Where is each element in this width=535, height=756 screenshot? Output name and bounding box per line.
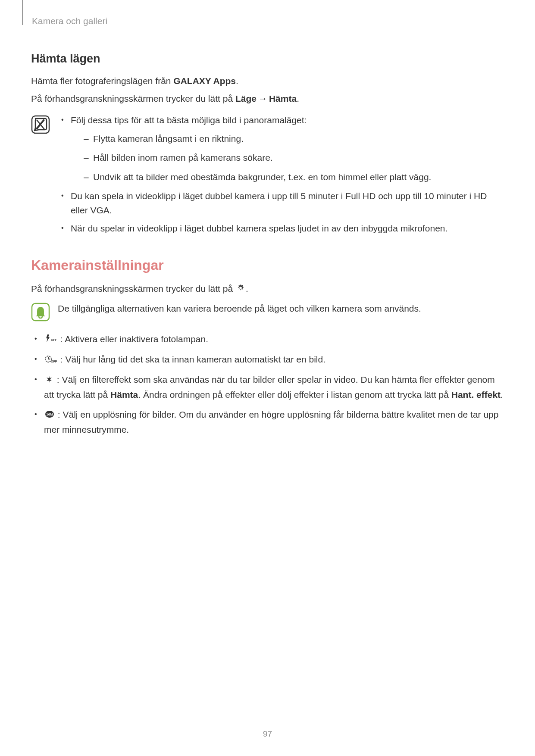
resolution-16m-icon: 16M xyxy=(45,408,54,423)
settings-intro-part1: På förhandsgranskningsskärmen trycker du… xyxy=(31,284,235,294)
tip-b: Håll bilden inom ramen på kamerans sökar… xyxy=(71,151,504,165)
filter-text-b: . Ändra ordningen på effekter eller dölj… xyxy=(138,390,451,400)
flash-off-icon: OFF xyxy=(45,332,57,347)
settings-intro: På förhandsgranskningsskärmen trycker du… xyxy=(31,282,504,297)
instruction-part2: . xyxy=(297,94,299,103)
settings-list: OFF : Aktivera eller inaktivera fotolamp… xyxy=(31,332,504,437)
note-bullet2: Du kan spela in videoklipp i läget dubbe… xyxy=(58,189,504,217)
tip-sub-list: Flytta kameran långsamt i en riktning. H… xyxy=(71,132,504,184)
svg-text:OFF: OFF xyxy=(51,360,57,363)
gear-icon xyxy=(236,282,245,297)
filter-text-c: . xyxy=(501,390,503,400)
note-box: Följ dessa tips för att ta bästa möjliga… xyxy=(31,113,504,240)
svg-text:16M: 16M xyxy=(46,412,53,416)
tip-intro-text: Följ dessa tips för att ta bästa möjliga… xyxy=(71,115,307,125)
kamerainstallningar-title: Kamerainställningar xyxy=(31,257,504,273)
resolution-text: : Välj en upplösning för bilder. Om du a… xyxy=(44,409,498,434)
tip-c: Undvik att ta bilder med obestämda bakgr… xyxy=(71,170,504,184)
arrow-icon: → xyxy=(258,92,267,106)
note-bullet3: När du spelar in videoklipp i läget dubb… xyxy=(58,222,504,236)
hamta-bold2: Hämta xyxy=(110,390,138,400)
hant-effekt-bold: Hant. effekt xyxy=(451,390,501,400)
settings-item-filter: : Välj en filtereffekt som ska användas … xyxy=(31,372,504,402)
instruction-text: På förhandsgranskningsskärmen trycker du… xyxy=(31,92,504,106)
settings-item-timer: OFF : Välj hur lång tid det ska ta innan… xyxy=(31,352,504,367)
settings-item-flash: OFF : Aktivera eller inaktivera fotolamp… xyxy=(31,332,504,347)
intro-part1: Hämta fler fotograferingslägen från xyxy=(31,76,173,86)
hamta-bold: Hämta xyxy=(269,94,297,103)
timer-off-icon: OFF xyxy=(45,353,57,368)
note-bullet-list: Följ dessa tips för att ta bästa möjliga… xyxy=(58,113,504,236)
tip-a: Flytta kameran långsamt i en riktning. xyxy=(71,132,504,146)
instruction-part1: På förhandsgranskningsskärmen trycker du… xyxy=(31,94,235,103)
timer-text: : Välj hur lång tid det ska ta innan kam… xyxy=(58,354,325,364)
page-number: 97 xyxy=(0,729,535,739)
hamta-lagen-title: Hämta lägen xyxy=(31,52,504,66)
intro-text-1: Hämta fler fotograferingslägen från GALA… xyxy=(31,74,504,88)
settings-intro-part2: . xyxy=(246,284,248,294)
svg-text:OFF: OFF xyxy=(51,338,57,341)
page-header: Kamera och galleri xyxy=(32,16,504,26)
magic-wand-icon xyxy=(45,373,53,388)
intro-part2: . xyxy=(236,76,238,86)
note-icon xyxy=(31,115,50,136)
tip-intro-item: Följ dessa tips för att ta bästa möjliga… xyxy=(58,113,504,184)
galaxy-apps-bold: GALAXY Apps xyxy=(173,76,236,86)
svg-point-1 xyxy=(239,287,241,289)
bell-icon xyxy=(31,303,50,323)
info-text: De tillgängliga alternativen kan variera… xyxy=(58,302,504,316)
lage-bold: Läge xyxy=(235,94,257,103)
settings-item-resolution: 16M : Välj en upplösning för bilder. Om … xyxy=(31,407,504,437)
info-box: De tillgängliga alternativen kan variera… xyxy=(31,302,504,323)
flash-text: : Aktivera eller inaktivera fotolampan. xyxy=(58,334,208,344)
